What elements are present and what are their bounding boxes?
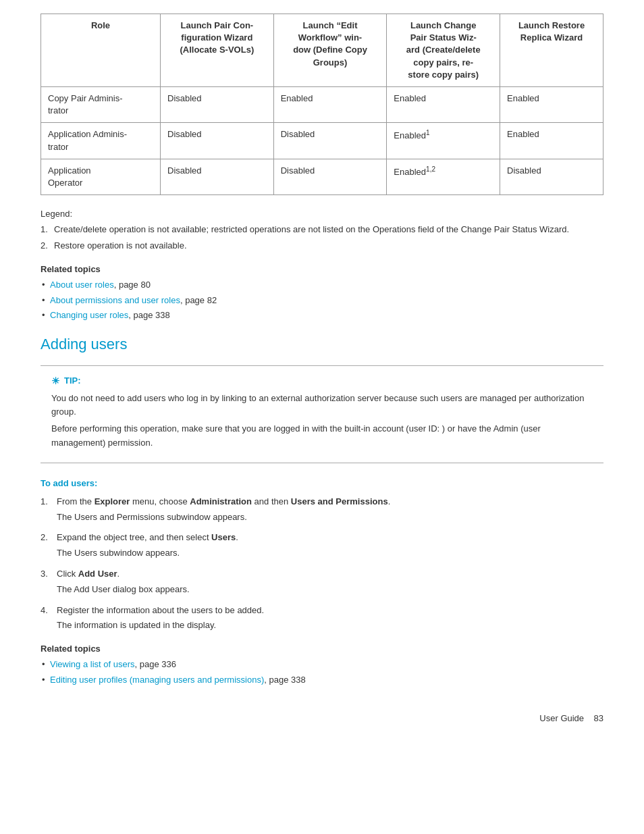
step-3: 3. Click Add User. The Add User dialog b… xyxy=(41,567,603,597)
related-item-permissions: About permissions and user roles, page 8… xyxy=(41,294,603,307)
step-1-num: 1. xyxy=(41,495,48,509)
step-1-bold-explorer: Explorer xyxy=(95,496,130,506)
table-row: Copy Pair Adminis-trator Disabled Enable… xyxy=(41,86,603,122)
procedure-heading: To add users: xyxy=(41,478,603,488)
tip-body: You do not need to add users who log in … xyxy=(51,392,593,450)
link-about-user-roles[interactable]: About user roles xyxy=(50,280,114,290)
related-topics-1-list: About user roles, page 80 About permissi… xyxy=(41,278,603,322)
step-2-num: 2. xyxy=(41,531,48,545)
cell-enabled-sup1: Enabled1 xyxy=(387,123,500,159)
step-4-sub: The information is updated in the displa… xyxy=(57,619,603,633)
step-2-sub: The Users subwindow appears. xyxy=(57,546,603,561)
related-item-user-roles: About user roles, page 80 xyxy=(41,278,603,292)
col-header-role: Role xyxy=(41,14,161,87)
step-3-num: 3. xyxy=(41,567,48,581)
adding-users-heading: Adding users xyxy=(41,336,603,353)
procedure-section: To add users: 1. From the Explorer menu,… xyxy=(41,478,603,633)
legend-list: 1. Create/delete operation is not availa… xyxy=(41,223,603,252)
step-4-num: 4. xyxy=(41,604,48,618)
table-row: Application Adminis-trator Disabled Disa… xyxy=(41,123,603,159)
cell-disabled: Disabled xyxy=(500,159,603,194)
cell-enabled: Enabled xyxy=(387,86,500,122)
role-copy-pair: Copy Pair Adminis-trator xyxy=(41,86,161,122)
tip-line-1: You do not need to add users who log in … xyxy=(51,392,593,420)
cell-disabled: Disabled xyxy=(161,123,274,159)
cell-disabled: Disabled xyxy=(161,86,274,122)
related-topics-2: Related topics Viewing a list of users, … xyxy=(41,644,603,686)
step-2-bold-users: Users xyxy=(211,532,236,542)
step-1: 1. From the Explorer menu, choose Admini… xyxy=(41,495,603,525)
col-header-launch-change: Launch ChangePair Status Wiz-ard (Create… xyxy=(387,14,500,87)
tip-line-2: Before performing this operation, make s… xyxy=(51,422,593,450)
tip-icon: ☀ xyxy=(51,375,60,386)
cell-disabled: Disabled xyxy=(273,159,387,194)
legend-item-2: 2. Restore operation is not available. xyxy=(41,239,603,253)
step-2: 2. Expand the object tree, and then sele… xyxy=(41,531,603,561)
footer-page: 83 xyxy=(594,713,603,723)
step-1-bold-users: Users and Permissions xyxy=(291,496,388,506)
legend-item-1: 1. Create/delete operation is not availa… xyxy=(41,223,603,236)
legend-title: Legend: xyxy=(41,209,603,219)
step-3-bold-add-user: Add User xyxy=(78,569,117,579)
cell-enabled-sup12: Enabled1,2 xyxy=(387,159,500,194)
role-app-admin: Application Adminis-trator xyxy=(41,123,161,159)
related-topics-1-heading: Related topics xyxy=(41,264,603,274)
procedure-list: 1. From the Explorer menu, choose Admini… xyxy=(41,495,603,633)
legend-num-2: 2. xyxy=(41,239,48,253)
footer-label: User Guide xyxy=(539,713,584,723)
link-changing-user-roles[interactable]: Changing user roles xyxy=(50,310,128,320)
cell-enabled: Enabled xyxy=(273,86,387,122)
cell-enabled: Enabled xyxy=(500,86,603,122)
related-item-editing-profiles: Editing user profiles (managing users an… xyxy=(41,673,603,687)
col-header-launch-restore: Launch RestoreReplica Wizard xyxy=(500,14,603,87)
link-editing-profiles[interactable]: Editing user profiles (managing users an… xyxy=(50,675,264,685)
role-app-operator: ApplicationOperator xyxy=(41,159,161,194)
link-about-permissions[interactable]: About permissions and user roles xyxy=(50,295,180,305)
related-item-changing-roles: Changing user roles, page 338 xyxy=(41,309,603,322)
tip-label: TIP: xyxy=(64,375,81,386)
cell-enabled: Enabled xyxy=(500,123,603,159)
step-4: 4. Register the information about the us… xyxy=(41,604,603,633)
col-header-launch-edit: Launch “EditWorkflow” win-dow (Define Co… xyxy=(273,14,387,87)
legend-section: Legend: 1. Create/delete operation is no… xyxy=(41,209,603,252)
tip-box: ☀ TIP: You do not need to add users who … xyxy=(41,365,603,463)
step-3-sub: The Add User dialog box appears. xyxy=(57,583,603,597)
related-topics-2-heading: Related topics xyxy=(41,644,603,654)
col-header-launch-pair: Launch Pair Con-figuration Wizard(Alloca… xyxy=(161,14,274,87)
permissions-table: Role Launch Pair Con-figuration Wizard(A… xyxy=(41,14,603,195)
related-topics-2-list: Viewing a list of users, page 336 Editin… xyxy=(41,658,603,686)
step-1-bold-admin: Administration xyxy=(190,496,252,506)
related-item-viewing-users: Viewing a list of users, page 336 xyxy=(41,658,603,671)
cell-disabled: Disabled xyxy=(273,123,387,159)
cell-disabled: Disabled xyxy=(161,159,274,194)
page-footer: User Guide 83 xyxy=(41,713,603,723)
table-row: ApplicationOperator Disabled Disabled En… xyxy=(41,159,603,194)
related-topics-1: Related topics About user roles, page 80… xyxy=(41,264,603,322)
step-1-sub: The Users and Permissions subwindow appe… xyxy=(57,511,603,525)
link-viewing-users[interactable]: Viewing a list of users xyxy=(50,659,135,669)
legend-num-1: 1. xyxy=(41,223,48,236)
tip-header: ☀ TIP: xyxy=(51,375,593,386)
